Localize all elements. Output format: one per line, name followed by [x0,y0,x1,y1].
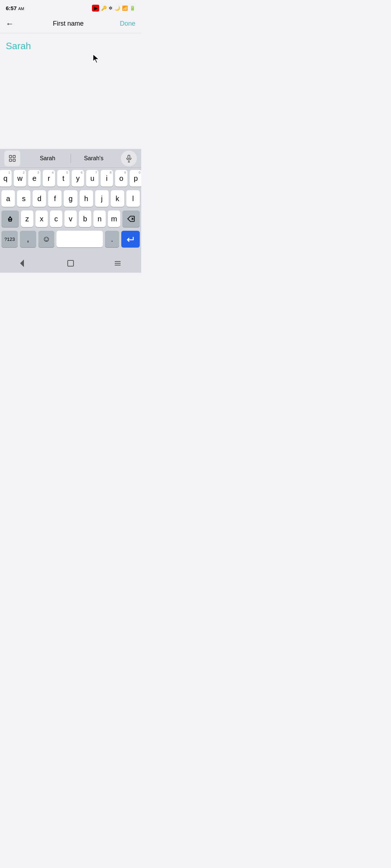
key-icon: 🔑 [101,5,107,11]
key-q[interactable]: 1q [0,170,12,187]
key-emoji[interactable]: ☺ [38,231,55,247]
key-b[interactable]: b [79,210,91,227]
key-p[interactable]: 0p [130,170,141,187]
app-bar: ← First name Done [0,14,141,33]
bluetooth-icon: ✲ [109,5,113,11]
page-title: First name [53,20,84,27]
key-v[interactable]: v [64,210,77,227]
nav-home-button[interactable] [64,257,77,270]
time-text: 6:57 [6,5,17,11]
mic-button[interactable] [121,150,137,166]
key-f[interactable]: f [48,190,62,207]
key-g[interactable]: g [64,190,77,207]
suggestion-word-1[interactable]: Sarah [25,154,71,163]
svg-rect-3 [9,159,12,161]
key-w[interactable]: 2w [14,170,26,187]
key-k[interactable]: k [111,190,124,207]
key-c[interactable]: c [50,210,62,227]
status-icons: ▶ 🔑 ✲ 🌙 📶 🔋 [92,5,135,12]
keyboard-row-1: 1q 2w 3e 4r 5t 6y 7u 8i 9o 0p [1,170,140,187]
suggestion-bar: Sarah Sarah's [0,149,141,168]
key-r[interactable]: 4r [43,170,55,187]
key-m[interactable]: m [108,210,120,227]
svg-rect-8 [9,220,11,221]
key-e[interactable]: 3e [28,170,41,187]
suggestion-words: Sarah Sarah's [25,154,117,163]
back-button[interactable]: ← [6,18,17,30]
key-num-switch[interactable]: ?123 [1,231,18,247]
key-return[interactable] [121,231,140,247]
nav-back-button[interactable] [17,257,30,270]
battery-icon: 🔋 [130,5,135,11]
status-time: 6:57 AM [6,5,24,11]
svg-rect-4 [13,159,15,161]
key-s[interactable]: s [17,190,30,207]
nav-recents-button[interactable] [111,257,124,270]
key-t[interactable]: 5t [57,170,70,187]
key-comma[interactable]: , [20,231,36,247]
suggestion-word-2[interactable]: Sarah's [71,154,117,163]
key-j[interactable]: j [95,190,109,207]
key-x[interactable]: x [35,210,48,227]
svg-rect-5 [128,155,130,158]
keyboard-row-4: ?123 , ☺ . [1,231,140,247]
moon-icon: 🌙 [114,5,120,11]
status-bar: 6:57 AM ▶ 🔑 ✲ 🌙 📶 🔋 [0,0,141,14]
keyboard-row-3: z x c v b n m [1,210,140,227]
key-a[interactable]: a [1,190,15,207]
key-backspace[interactable] [122,210,140,227]
key-u[interactable]: 7u [86,170,98,187]
key-n[interactable]: n [93,210,106,227]
key-o[interactable]: 9o [115,170,127,187]
am-pm-text: AM [18,7,24,11]
name-input-value[interactable]: Sarah [6,41,31,51]
key-y[interactable]: 6y [72,170,84,187]
svg-rect-2 [13,155,15,157]
svg-rect-1 [9,155,12,157]
key-period[interactable]: . [105,231,119,247]
key-d[interactable]: d [33,190,46,207]
key-h[interactable]: h [80,190,93,207]
wifi-icon: 📶 [122,5,128,11]
key-space[interactable] [56,231,103,247]
svg-rect-12 [68,260,73,266]
key-l[interactable]: l [126,190,140,207]
svg-marker-11 [21,260,24,266]
keyboard-row-2: a s d f g h j k l [1,190,140,207]
keyboard: 1q 2w 3e 4r 5t 6y 7u 8i 9o 0p a s d f g … [0,168,141,253]
content-area: Sarah [0,33,141,149]
rec-icon: ▶ [92,5,99,12]
key-z[interactable]: z [21,210,33,227]
keyboard-grid-icon[interactable] [4,150,20,166]
done-button[interactable]: Done [120,20,135,27]
key-shift[interactable] [1,210,19,227]
key-i[interactable]: 8i [101,170,113,187]
bottom-nav [0,253,141,273]
